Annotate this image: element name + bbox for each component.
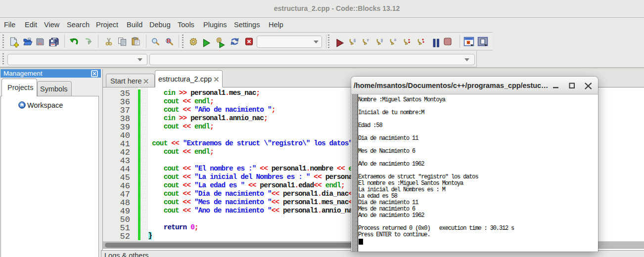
- svg-text:R: R: [167, 38, 171, 43]
